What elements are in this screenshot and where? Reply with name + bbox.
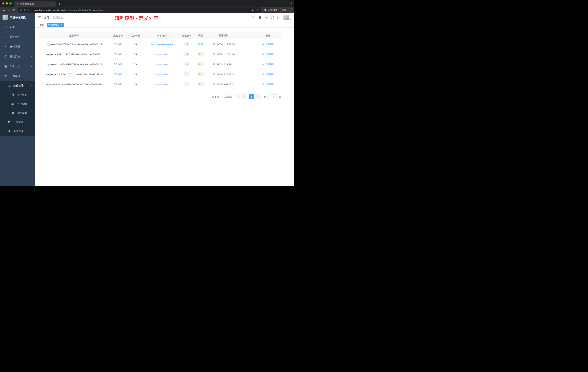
browser-tabstrip: 芋道管理系统 × + ▾ bbox=[0, 0, 294, 7]
cell-deploy-time: 2022-01-22 19:19:11 bbox=[207, 63, 240, 66]
col-process-version: 流程版本 bbox=[179, 34, 194, 37]
flag-icon bbox=[8, 121, 11, 124]
close-window-button[interactable] bbox=[2, 2, 4, 5]
tag-home[interactable]: 首页 bbox=[38, 23, 46, 27]
github-icon[interactable] bbox=[258, 16, 262, 20]
font-size-icon[interactable]: TT bbox=[277, 16, 280, 19]
definition-name-link[interactable]: OA 请假 bbox=[114, 83, 123, 86]
sidebar-item-system-mgmt[interactable]: 系统管理 bbox=[0, 32, 35, 42]
gear-icon bbox=[4, 35, 7, 38]
sidebar-item-process-mgmt[interactable]: 流程管理 bbox=[0, 81, 35, 90]
assign-rule-link[interactable]: 分配规则 bbox=[262, 53, 274, 56]
password-key-icon[interactable] bbox=[252, 9, 254, 11]
tab-search-icon[interactable]: ▾ bbox=[291, 3, 292, 5]
assign-rule-link[interactable]: 分配规则 bbox=[262, 63, 274, 66]
fullscreen-icon[interactable] bbox=[271, 16, 274, 20]
chevron-down-icon bbox=[30, 56, 32, 57]
chrome-update-button[interactable]: 更新 ⋮ bbox=[280, 8, 292, 12]
annotation-text: 流程模型 - 定义列表 bbox=[115, 15, 158, 22]
sidebar-item-leave-query[interactable]: 请假查询 bbox=[0, 127, 35, 136]
yen-icon: ¥ bbox=[4, 45, 7, 48]
back-button[interactable]: ← bbox=[2, 9, 7, 11]
pagination: 共 5 条 10条/页 ▼ ‹ 1 › 前往 页 bbox=[39, 94, 281, 99]
incognito-badge: 无痕模式 bbox=[264, 8, 277, 12]
sidebar-item-payment-mgmt[interactable]: ¥ 支付管理 bbox=[0, 42, 35, 52]
tab-close-icon[interactable]: × bbox=[52, 2, 54, 5]
form-link[interactable]: /bpm/oa/flow bbox=[155, 73, 168, 76]
logo-image bbox=[2, 15, 8, 20]
maximize-window-button[interactable] bbox=[10, 2, 12, 5]
sidebar-item-infrastructure[interactable]: 基础设施 bbox=[0, 52, 35, 62]
version-tag: v3 bbox=[184, 62, 189, 66]
help-icon[interactable]: ? bbox=[265, 16, 268, 19]
cell-deploy-time: 2022-01-22 21:48:38 bbox=[207, 43, 240, 46]
definition-name-link[interactable]: OA 请假 bbox=[114, 43, 123, 45]
search-icon[interactable] bbox=[252, 16, 255, 20]
user-icon bbox=[262, 43, 264, 45]
prev-page-button[interactable]: ‹ bbox=[242, 94, 247, 99]
definition-name-link[interactable]: OA 请假 bbox=[114, 73, 123, 76]
page-number-1[interactable]: 1 bbox=[249, 94, 254, 99]
paper-plane-icon bbox=[11, 111, 14, 114]
sidebar-item-task-mgmt[interactable]: 任务管理 bbox=[0, 118, 35, 127]
definition-name-link[interactable]: OA 请假 bbox=[114, 63, 123, 66]
forward-button[interactable]: → bbox=[7, 9, 11, 11]
status-tag: 挂起 bbox=[197, 62, 204, 66]
sidebar-item-user-group[interactable]: 用户分组 bbox=[0, 99, 35, 109]
hamburger-icon[interactable] bbox=[38, 16, 41, 20]
address-bar[interactable]: 不安全 dashboard.yudao.iocoder.cn/bpm/manag… bbox=[18, 8, 261, 12]
cell-definition-id: oa_leave:2:3c1f0ef1-76b1-11ec-9c66-a2380… bbox=[39, 73, 109, 76]
security-chip[interactable]: 不安全 bbox=[20, 8, 31, 12]
col-definition-id: 定义编号 bbox=[39, 34, 109, 37]
page-size-select[interactable]: 10条/页 ▼ bbox=[222, 94, 240, 99]
tag-process-definition[interactable]: 流程定义 × bbox=[47, 23, 64, 27]
browser-tab[interactable]: 芋道管理系统 × bbox=[14, 1, 56, 7]
next-page-button[interactable]: › bbox=[256, 94, 261, 99]
breadcrumb: 首页 / 流程定义 bbox=[44, 16, 63, 19]
sidebar-item-process-form[interactable]: 流程表单 bbox=[0, 90, 35, 99]
form-link[interactable]: /bpm/oa/flow bbox=[155, 83, 168, 86]
tag-close-icon[interactable]: × bbox=[61, 24, 62, 26]
form-link[interactable]: /bpm/oa/flow bbox=[155, 53, 168, 56]
cell-definition-id: oa_leave:1:482ec033-762a-11ec-8477-a2380… bbox=[39, 83, 109, 86]
new-tab-button[interactable]: + bbox=[59, 2, 61, 6]
status-tag: 挂起 bbox=[197, 82, 204, 86]
sidebar-item-workflow[interactable]: 工作流程 bbox=[0, 71, 35, 81]
assign-rule-link[interactable]: 分配规则 bbox=[262, 83, 274, 86]
cell-deploy-time: 2022-01-16 17:46:53 bbox=[207, 73, 240, 76]
goto-page-input[interactable] bbox=[270, 94, 278, 99]
goto-label: 前往 bbox=[264, 95, 269, 98]
toolbox-icon bbox=[4, 65, 7, 68]
cell-category: OA bbox=[127, 43, 144, 46]
sidebar-item-process-model[interactable]: 流程模型 bbox=[0, 109, 35, 118]
sidebar-item-dev-tools[interactable]: 研发工具 bbox=[0, 62, 35, 71]
form-link[interactable]: /bpm/oa/flow bbox=[155, 63, 168, 66]
user-menu[interactable]: ▼ bbox=[283, 15, 292, 20]
table-row: oa_leave:5:004b710b-7b8a-11ec-8ef0-acde4… bbox=[39, 39, 281, 49]
document-icon bbox=[11, 93, 14, 96]
reload-button[interactable]: ↻ bbox=[11, 9, 16, 11]
breadcrumb-home[interactable]: 首页 bbox=[44, 16, 49, 19]
omnibox-divider bbox=[32, 9, 32, 11]
definition-name-link[interactable]: OA 请假 bbox=[114, 53, 123, 55]
goto-unit: 页 bbox=[279, 95, 281, 98]
dashboard-icon bbox=[4, 26, 7, 29]
cell-definition-id: oa_leave:3:1fad3d93-7b75-11ec-a3c8-acde4… bbox=[39, 63, 109, 66]
assign-rule-link[interactable]: 分配规则 bbox=[262, 43, 274, 46]
breadcrumb-current: 流程定义 bbox=[53, 16, 63, 19]
pagination-total: 共 5 条 bbox=[212, 95, 219, 98]
minimize-window-button[interactable] bbox=[6, 2, 8, 5]
cell-definition-id: oa_leave:4:991f2193-7b7f-11ec-a3c8-acde4… bbox=[39, 53, 109, 56]
logo[interactable]: 芋道管理系统 bbox=[0, 13, 35, 22]
avatar[interactable] bbox=[283, 15, 289, 20]
briefcase-icon bbox=[4, 75, 7, 78]
user-icon bbox=[262, 63, 264, 65]
form-link[interactable]: /bpm/oa/leave/create bbox=[151, 43, 173, 46]
window-controls bbox=[2, 0, 12, 7]
chrome-menu-icon[interactable]: ⋮ bbox=[288, 9, 290, 11]
sidebar-item-home[interactable]: 首页 bbox=[0, 22, 35, 32]
incognito-label: 无痕模式 bbox=[268, 8, 277, 12]
assign-rule-link[interactable]: 分配规则 bbox=[262, 73, 274, 76]
bookmark-star-icon[interactable]: ☆ bbox=[257, 8, 259, 12]
status-tag: 挂起 bbox=[197, 52, 204, 56]
